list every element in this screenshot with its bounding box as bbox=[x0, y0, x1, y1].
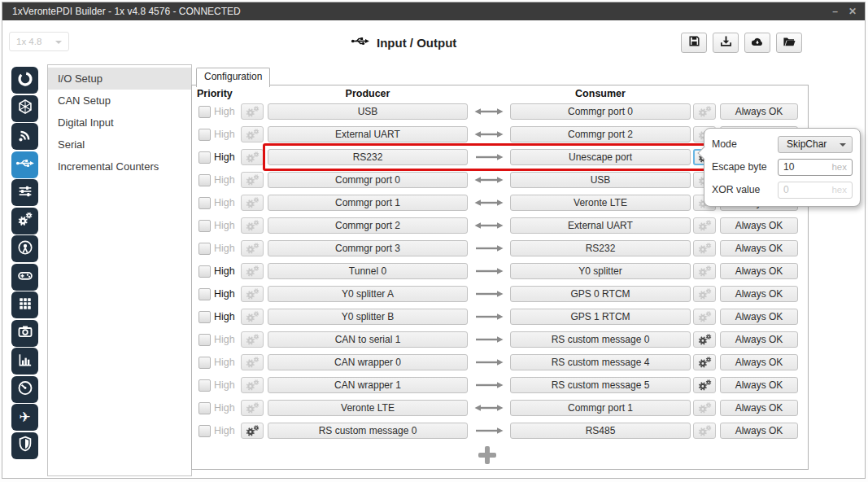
mode-select[interactable]: SkipChar bbox=[778, 136, 853, 153]
consumer-button[interactable]: GPS 0 RTCM bbox=[510, 286, 691, 302]
consumer-button[interactable]: RS custom message 4 bbox=[510, 354, 691, 370]
producer-button[interactable]: Commgr port 3 bbox=[268, 240, 468, 256]
consumer-button[interactable]: Commgr port 2 bbox=[510, 126, 691, 142]
producer-button[interactable]: RS custom message 0 bbox=[268, 423, 468, 439]
producer-button[interactable]: Y0 splitter A bbox=[268, 286, 468, 302]
consumer-settings-button[interactable] bbox=[693, 309, 716, 325]
producer-settings-button[interactable] bbox=[241, 172, 264, 188]
sidebar-item-sliders[interactable] bbox=[11, 179, 38, 206]
consumer-settings-button[interactable] bbox=[693, 263, 716, 279]
consumer-settings-button[interactable] bbox=[693, 240, 716, 256]
high-priority-checkbox[interactable] bbox=[198, 129, 211, 141]
producer-settings-button[interactable] bbox=[241, 377, 264, 393]
producer-settings-button[interactable] bbox=[241, 400, 264, 416]
nav-item-incremental-counters[interactable]: Incremental Counters bbox=[48, 156, 191, 177]
high-priority-checkbox[interactable] bbox=[198, 174, 211, 186]
high-priority-checkbox[interactable] bbox=[198, 220, 211, 232]
high-priority-checkbox[interactable] bbox=[198, 311, 211, 323]
consumer-settings-button[interactable] bbox=[693, 217, 716, 234]
producer-settings-button[interactable] bbox=[241, 103, 264, 120]
producer-settings-button[interactable] bbox=[241, 354, 264, 370]
producer-button[interactable]: Tunnel 0 bbox=[268, 263, 468, 279]
sidebar-item-usb[interactable] bbox=[11, 151, 38, 178]
cloud-download-button[interactable] bbox=[744, 33, 770, 53]
nav-item-digital-input[interactable]: Digital Input bbox=[48, 112, 191, 134]
add-row-button[interactable] bbox=[477, 445, 498, 466]
producer-button[interactable]: CAN wrapper 1 bbox=[268, 377, 468, 393]
producer-settings-button[interactable] bbox=[241, 309, 264, 325]
consumer-button[interactable]: Y0 splitter bbox=[510, 263, 691, 279]
high-priority-checkbox[interactable] bbox=[198, 402, 211, 414]
sidebar-item-signal[interactable] bbox=[11, 123, 38, 150]
producer-button[interactable]: Commgr port 1 bbox=[268, 195, 468, 211]
status-button[interactable]: Always OK bbox=[720, 354, 798, 370]
high-priority-checkbox[interactable] bbox=[198, 151, 211, 164]
sidebar-item-ring[interactable] bbox=[11, 67, 38, 94]
status-button[interactable]: Always OK bbox=[720, 217, 798, 234]
sidebar-item-beacon[interactable] bbox=[11, 235, 38, 262]
tab-configuration[interactable]: Configuration bbox=[196, 68, 270, 87]
producer-settings-button[interactable] bbox=[241, 263, 264, 279]
high-priority-checkbox[interactable] bbox=[198, 106, 211, 118]
consumer-button[interactable]: Unescape port bbox=[510, 149, 691, 165]
status-button[interactable]: Always OK bbox=[720, 286, 798, 302]
status-button[interactable]: Always OK bbox=[720, 240, 798, 256]
producer-button[interactable]: Veronte LTE bbox=[268, 400, 468, 416]
consumer-button[interactable]: USB bbox=[510, 172, 691, 188]
producer-button[interactable]: Y0 splitter B bbox=[268, 309, 468, 325]
consumer-button[interactable]: RS232 bbox=[510, 240, 691, 256]
consumer-button[interactable]: RS custom message 5 bbox=[510, 377, 691, 393]
high-priority-checkbox[interactable] bbox=[198, 288, 211, 300]
producer-settings-button[interactable] bbox=[241, 195, 264, 211]
status-button[interactable]: Always OK bbox=[720, 103, 798, 120]
producer-button[interactable]: RS232 bbox=[268, 149, 468, 165]
high-priority-checkbox[interactable] bbox=[198, 334, 211, 346]
producer-settings-button[interactable] bbox=[241, 423, 264, 439]
high-priority-checkbox[interactable] bbox=[198, 265, 211, 278]
open-folder-button[interactable] bbox=[776, 33, 802, 53]
consumer-button[interactable]: Commgr port 1 bbox=[510, 400, 691, 416]
consumer-settings-button[interactable] bbox=[693, 286, 716, 302]
consumer-button[interactable]: RS485 bbox=[510, 423, 691, 439]
sidebar-item-bar-chart[interactable] bbox=[11, 348, 38, 375]
producer-button[interactable]: Commgr port 0 bbox=[268, 172, 468, 188]
minimize-button[interactable]: – bbox=[832, 2, 838, 20]
consumer-button[interactable]: External UART bbox=[510, 217, 691, 234]
producer-settings-button[interactable] bbox=[241, 126, 264, 142]
sidebar-item-airplane[interactable]: ✈ bbox=[11, 404, 38, 431]
high-priority-checkbox[interactable] bbox=[198, 243, 211, 255]
producer-button[interactable]: External UART bbox=[268, 126, 468, 142]
nav-item-can-setup[interactable]: CAN Setup bbox=[48, 90, 191, 112]
producer-button[interactable]: CAN to serial 1 bbox=[268, 331, 468, 348]
sidebar-item-shield[interactable] bbox=[11, 432, 38, 459]
version-dropdown[interactable]: 1x 4.8 bbox=[9, 32, 69, 51]
close-button[interactable]: ✕ bbox=[848, 2, 857, 20]
consumer-button[interactable]: RS custom message 0 bbox=[510, 331, 691, 348]
escape-byte-input[interactable] bbox=[783, 161, 826, 173]
consumer-settings-button[interactable] bbox=[693, 423, 716, 439]
producer-settings-button[interactable] bbox=[241, 217, 264, 234]
producer-button[interactable]: USB bbox=[268, 103, 468, 120]
high-priority-checkbox[interactable] bbox=[198, 379, 211, 392]
consumer-settings-button[interactable] bbox=[693, 331, 716, 348]
producer-button[interactable]: Commgr port 2 bbox=[268, 217, 468, 234]
status-button[interactable]: Always OK bbox=[720, 423, 798, 439]
sidebar-item-gears[interactable] bbox=[11, 208, 38, 234]
producer-settings-button[interactable] bbox=[241, 149, 264, 165]
save-button[interactable] bbox=[681, 33, 707, 53]
consumer-button[interactable]: Commgr port 0 bbox=[510, 103, 691, 120]
producer-settings-button[interactable] bbox=[241, 240, 264, 256]
status-button[interactable]: Always OK bbox=[720, 263, 798, 279]
download-button[interactable] bbox=[713, 33, 739, 53]
status-button[interactable]: Always OK bbox=[720, 400, 798, 416]
consumer-settings-button[interactable] bbox=[693, 400, 716, 416]
sidebar-item-gauge[interactable] bbox=[11, 376, 38, 403]
consumer-settings-button[interactable] bbox=[693, 377, 716, 393]
sidebar-item-grid[interactable] bbox=[11, 291, 38, 318]
high-priority-checkbox[interactable] bbox=[198, 357, 211, 369]
producer-button[interactable]: CAN wrapper 0 bbox=[268, 354, 468, 370]
high-priority-checkbox[interactable] bbox=[198, 197, 211, 209]
consumer-button[interactable]: GPS 1 RTCM bbox=[510, 309, 691, 325]
sidebar-item-hexagon-network[interactable] bbox=[11, 95, 38, 122]
producer-settings-button[interactable] bbox=[241, 331, 264, 348]
